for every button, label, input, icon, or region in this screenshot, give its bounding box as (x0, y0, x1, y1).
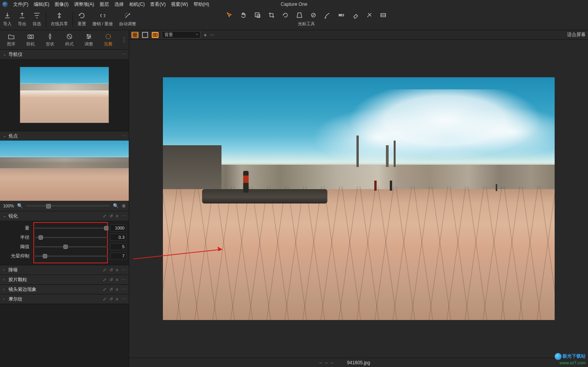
undo-redo-button[interactable]: 撤销 / 重做 (92, 12, 113, 27)
slider-track[interactable] (35, 246, 108, 247)
menu-image[interactable]: 图像(I) (55, 1, 68, 8)
pointer-tool-icon[interactable] (226, 12, 233, 19)
focus-header[interactable]: ⌄ 焦点 ⋯ (0, 131, 129, 141)
panel-menu-icon[interactable]: ⋯ (121, 287, 126, 292)
filter-button[interactable]: 筛选 (33, 12, 41, 27)
zoom-slider[interactable] (26, 205, 110, 207)
menu-help[interactable]: 帮助(H) (194, 1, 209, 8)
menu-edit[interactable]: 编辑(E) (34, 1, 49, 8)
slider-thumb[interactable] (39, 235, 43, 240)
view-grid-icon[interactable] (131, 32, 138, 38)
navigator-header[interactable]: ⌄ 导航仪 ⋯ (0, 50, 129, 59)
menu-select[interactable]: 选择 (114, 1, 124, 8)
layer-select[interactable]: 背景 (162, 31, 201, 38)
panel-menu-icon[interactable]: ⋯ (121, 134, 126, 139)
slider-value[interactable]: 0.3 (110, 234, 126, 241)
noise-panel: › 降噪 ⤢↺≡⋯ (0, 265, 129, 275)
auto-adjust-button[interactable]: 自动调整 (119, 12, 136, 27)
menu-adjust[interactable]: 调整项(A) (74, 1, 94, 8)
fit-screen-button[interactable]: 适合屏幕 (567, 31, 586, 38)
menu-view[interactable]: 查看(V) (150, 1, 166, 8)
hand-tool-icon[interactable] (240, 12, 247, 19)
tab-adjust[interactable]: 调整 (79, 30, 99, 49)
navigator-preview[interactable] (0, 59, 129, 131)
moire-title: 摩尔纹 (9, 296, 103, 303)
focus-preview[interactable] (0, 141, 129, 201)
export-label: 导出 (18, 21, 26, 27)
panel-reset-icon[interactable]: ↺ (109, 297, 113, 302)
loupe-tool-icon[interactable] (254, 12, 261, 19)
grain-header[interactable]: › 胶片颗粒 ⤢↺≡⋯ (0, 275, 129, 284)
keystone-tool-icon[interactable] (296, 12, 303, 19)
slider-value[interactable]: 7 (110, 252, 126, 259)
panel-menu-icon[interactable]: ⋯ (121, 277, 126, 282)
panel-reset-icon[interactable]: ↺ (109, 287, 113, 292)
brush-tool-icon[interactable] (324, 12, 331, 19)
crop-tool-icon[interactable] (268, 12, 275, 19)
slider-thumb[interactable] (104, 226, 109, 230)
panel-reset-icon[interactable]: ↺ (109, 214, 113, 219)
slider-track[interactable] (35, 228, 108, 229)
zoom-picker-icon[interactable]: ⊕ (122, 203, 126, 209)
tab-tether[interactable]: 联机 (21, 30, 40, 49)
gradient-tool-icon[interactable] (338, 12, 345, 19)
moire-header[interactable]: › 摩尔纹 ⤢↺≡⋯ (0, 294, 129, 304)
eraser-tool-icon[interactable] (352, 12, 359, 19)
tab-shape[interactable]: 形状 (40, 30, 60, 49)
panel-reset-icon[interactable]: ↺ (109, 277, 113, 282)
sliders-icon (85, 33, 92, 40)
panel-expand-icon[interactable]: ⤢ (103, 268, 106, 273)
slider-track[interactable] (35, 237, 108, 238)
viewer-area: 背景 + ⋯ 适合屏幕 -- -- -- 941805.jp (129, 30, 588, 367)
panel-expand-icon[interactable]: ⤢ (103, 287, 106, 292)
canvas[interactable] (129, 40, 588, 358)
share-label: 在线共享 (51, 21, 68, 27)
panel-preset-icon[interactable]: ≡ (116, 214, 118, 219)
tooltabs-more-icon[interactable]: ⋮ (118, 36, 129, 43)
menu-layer[interactable]: 图层 (100, 1, 109, 8)
chevron-down-icon: ⌄ (3, 52, 7, 56)
menu-window[interactable]: 视窗(W) (171, 1, 188, 8)
panel-preset-icon[interactable]: ≡ (116, 268, 118, 273)
tab-refine[interactable]: 完善 (99, 30, 118, 49)
panel-preset-icon[interactable]: ≡ (116, 277, 118, 282)
tab-refine-label: 完善 (104, 41, 112, 47)
layer-menu-icon[interactable]: ⋯ (210, 32, 214, 38)
chevron-down-icon: ⌄ (3, 134, 7, 138)
panel-preset-icon[interactable]: ≡ (116, 287, 118, 292)
panel-preset-icon[interactable]: ≡ (116, 297, 118, 302)
menu-file[interactable]: 文件(F) (13, 1, 28, 8)
view-single-icon[interactable] (142, 32, 149, 38)
reset-button[interactable]: 重置 (78, 12, 86, 27)
panel-expand-icon[interactable]: ⤢ (103, 297, 106, 302)
sharpening-header[interactable]: ⌄ 锐化 ⤢ ↺ ≡ ⋯ (0, 211, 129, 221)
add-layer-icon[interactable]: + (204, 32, 207, 38)
panel-menu-icon[interactable]: ⋯ (121, 268, 126, 273)
slider-thumb[interactable] (63, 245, 67, 249)
zoom-in-icon[interactable]: 🔍 (113, 203, 119, 209)
menu-camera[interactable]: 相机(C) (129, 1, 145, 8)
view-proof-icon[interactable] (152, 32, 159, 38)
spot-tool-icon[interactable] (310, 12, 317, 19)
tab-library[interactable]: 图库 (2, 30, 21, 49)
export-button[interactable]: 导出 (18, 12, 26, 27)
zoom-out-icon[interactable]: 🔍 (17, 203, 23, 209)
tab-style[interactable]: 样式 (60, 30, 79, 49)
rotate-tool-icon[interactable] (282, 12, 289, 19)
panel-menu-icon[interactable]: ⋯ (121, 52, 126, 57)
noise-header[interactable]: › 降噪 ⤢↺≡⋯ (0, 265, 129, 275)
import-button[interactable]: 导入 (3, 12, 12, 27)
panel-expand-icon[interactable]: ⤢ (103, 214, 106, 219)
panel-menu-icon[interactable]: ⋯ (121, 297, 126, 302)
slider-track[interactable] (35, 256, 108, 257)
panel-reset-icon[interactable]: ↺ (109, 268, 113, 273)
fringe-header[interactable]: › 镜头紫边现象 ⤢↺≡⋯ (0, 285, 129, 294)
slider-value[interactable]: 5 (110, 243, 126, 250)
share-button[interactable]: 在线共享 (51, 12, 68, 27)
heal-tool-icon[interactable] (366, 12, 373, 19)
slider-thumb[interactable] (43, 254, 47, 258)
annotate-tool-icon[interactable] (380, 12, 387, 19)
panel-expand-icon[interactable]: ⤢ (103, 277, 106, 282)
panel-menu-icon[interactable]: ⋯ (121, 214, 126, 219)
slider-value[interactable]: 1000 (110, 224, 126, 231)
